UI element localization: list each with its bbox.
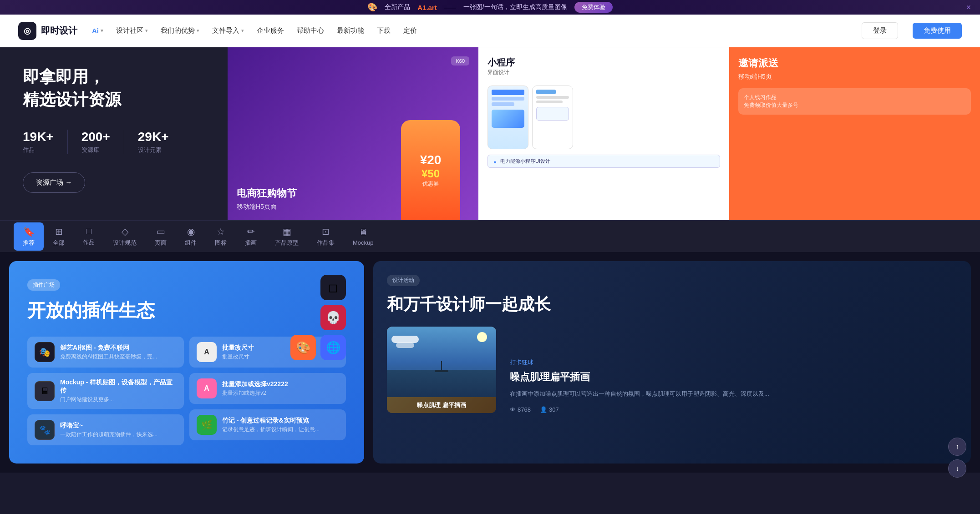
activity-name: 噪点肌理扁平插画 [510,370,957,384]
logo[interactable]: ◎ 即时设计 [18,22,77,40]
plugin-item-aitutu[interactable]: 🎭 鲜艺AI抠图 - 免费不联网 免费离线的AI抠图工具快至毫秒级，完... [27,337,184,368]
card-miniapp[interactable]: 小程序 界面设计 ▲ 电力能源小程序UI设计 [478,47,729,220]
tab-components[interactable]: ◉ 组件 [176,222,206,251]
tab-works[interactable]: □ 作品 [74,222,104,250]
activity-preview: 噪点肌理 扁平插画 打卡狂球 噪点肌理扁平插画 在插画中添加噪点肌理可以营造出一… [387,327,957,413]
stat-works: 19K+ 作品 [23,130,54,154]
card-miniapp-subtitle: 界面设计 [487,69,720,76]
banner-tagline: 一张图/一句话，立即生成高质量图像 [463,3,567,11]
diamond-icon: ◇ [122,226,128,237]
plugin-item-pet[interactable]: 🐾 呼噜宝~ 一款陪伴工作的超萌宠物插件，快来选... [27,414,184,445]
pen-icon: ✏ [247,226,255,237]
stat-resources: 200+ 资源库 [81,130,110,154]
square-icon: □ [86,226,91,237]
tab-pages[interactable]: ▭ 页面 [146,222,176,251]
nav-item-help[interactable]: 帮助中心 [297,26,324,35]
plugin-batch-add-info: 批量添加或选择v22222 批量添加或选择v2 [222,380,339,397]
tab-illustration[interactable]: ✏ 插画 [236,222,266,251]
nav-item-advantage[interactable]: 我们的优势 ▾ [161,26,199,35]
stats-row: 19K+ 作品 200+ 资源库 29K+ 设计元素 [23,130,205,154]
hero-left-panel: 即拿即用， 精选设计资源 19K+ 作品 200+ 资源库 29K+ 设计元素 … [0,47,228,220]
logo-icon: ◎ [18,22,36,40]
stat-divider-2 [124,130,124,154]
card-ecommerce-title: 电商狂购物节 [237,186,469,200]
scroll-buttons: ↑ ↓ [948,438,966,473]
nav-links: Ai ▾ 设计社区 ▾ 我们的优势 ▾ 文件导入 ▾ 企业服务 帮助中心 最新功… [92,26,462,35]
plugin-item-mockup[interactable]: 🖥 Mockup - 样机贴图，设备模型，产品宣传 门户网站建设及更多... [27,373,184,409]
bottom-section: 插件广场 开放的插件生态 ◻ 💀 🎨 🌐 🎭 鲜艺AI抠图 - 免费不 [0,252,980,473]
hero-cards-panel: 电商狂购物节 移动端H5页面 ¥20 ¥50 优惠券 K60 小程序 界面设计 [228,47,980,220]
tab-mockup[interactable]: 🖥 Mockup [344,223,383,250]
plugin-batch-add-icon: A [197,378,217,398]
tab-prototype[interactable]: ▦ 产品原型 [266,222,308,251]
tab-design-spec[interactable]: ◇ 设计规范 [104,222,146,251]
nav-item-ai[interactable]: Ai ▾ [92,27,103,35]
tab-recommend[interactable]: 🔖 推荐 [14,222,44,251]
hero-title: 即拿即用， 精选设计资源 [23,66,205,111]
card-invite-subtitle: 移动端H5页 [738,73,971,81]
activity-description: 在插画中添加噪点肌理可以营造出一种自然的氛围，噪点肌理可以用于塑造阴影、高光、深… [510,389,957,399]
scroll-up-button[interactable]: ↑ [948,438,966,456]
free-use-button[interactable]: 免费使用 [913,23,962,39]
floating-icon-3: 🎨 [290,335,316,360]
activity-info: 打卡狂球 噪点肌理扁平插画 在插画中添加噪点肌理可以营造出一种自然的氛围，噪点肌… [505,358,957,413]
activity-section: 设计活动 和万千设计师一起成长 [373,261,971,464]
chevron-down-icon: ▾ [101,28,103,34]
floating-icon-2: 💀 [320,305,346,330]
card-miniapp-title: 小程序 [487,56,720,69]
scroll-down-button[interactable]: ↓ [948,459,966,473]
plugin-resize-icon: A [197,342,217,362]
plugin-bamboo-info: 竹记 - 创意过程记录&实时预览 记录创意足迹，插班设计瞬间，让创意... [222,417,339,433]
star-icon: ☆ [217,226,225,237]
activity-badge: 设计活动 [387,275,420,286]
tab-icons[interactable]: ☆ 图标 [206,222,236,251]
plugin-mockup-info: Mockup - 样机贴图，设备模型，产品宣传 门户网站建设及更多... [60,378,177,403]
card-ecommerce-subtitle: 移动端H5页面 [237,203,469,211]
plugin-bamboo-icon: 🌿 [197,415,217,435]
banner-cta-button[interactable]: 免费体验 [574,2,613,13]
plugin-section: 插件广场 开放的插件生态 ◻ 💀 🎨 🌐 🎭 鲜艺AI抠图 - 免费不 [9,261,364,464]
navbar: ◎ 即时设计 Ai ▾ 设计社区 ▾ 我们的优势 ▾ 文件导入 ▾ 企业服务 帮… [0,15,980,47]
plugin-mockup-icon: 🖥 [35,381,55,401]
top-banner: 🎨 全新产品 A1.art —— 一张图/一句话，立即生成高质量图像 免费体验 … [0,0,980,15]
plugin-item-batch-add[interactable]: A 批量添加或选择v22222 批量添加或选择v2 [189,373,346,404]
activity-likes: 👤 307 [540,406,559,413]
plugin-pet-icon: 🐾 [35,420,55,440]
nav-item-pricing[interactable]: 定价 [403,26,417,35]
banner-icon: 🎨 [367,2,377,12]
plugin-aitutu-info: 鲜艺AI抠图 - 免费不联网 免费离线的AI抠图工具快至毫秒级，完... [60,344,177,361]
category-tabs: 🔖 推荐 ⊞ 全部 □ 作品 ◇ 设计规范 ▭ 页面 ◉ 组件 ☆ 图标 ✏ 插… [0,220,980,252]
resource-market-button[interactable]: 资源广场 → [23,172,85,193]
activity-stats: 👁 8768 👤 307 [510,406,957,413]
nav-item-import[interactable]: 文件导入 ▾ [212,26,244,35]
layout-icon: ▦ [283,226,291,237]
card-invite-title: 邀请派送 [738,56,971,70]
bookmark-icon: 🔖 [23,226,35,237]
floating-icon-1: ◻ [320,275,346,300]
login-button[interactable]: 登录 [862,22,898,39]
user-icon: 👤 [540,406,547,413]
banner-separator: —— [444,4,456,11]
stat-elements: 29K+ 设计元素 [138,130,169,154]
chevron-down-icon: ▾ [241,28,244,34]
nav-item-community[interactable]: 设计社区 ▾ [116,26,148,35]
chevron-down-icon: ▾ [145,28,148,34]
grid-icon: ⊞ [55,226,63,237]
portfolio-icon: ⊡ [322,226,330,237]
tab-all[interactable]: ⊞ 全部 [44,222,74,251]
nav-item-enterprise[interactable]: 企业服务 [257,26,284,35]
plugin-badge: 插件广场 [27,279,60,291]
card-invite[interactable]: 邀请派送 移动端H5页 个人线习作品免费领取价值大量多号 [729,47,980,220]
activity-thumb-title: 噪点肌理 扁平插画 [417,402,466,408]
nav-item-features[interactable]: 最新功能 [337,26,364,35]
card-ecommerce[interactable]: 电商狂购物节 移动端H5页面 ¥20 ¥50 优惠券 K60 [228,47,478,220]
banner-text-prefix: 全新产品 [385,3,410,11]
tab-portfolio[interactable]: ⊡ 作品集 [308,222,344,251]
banner-close-icon[interactable]: × [966,3,971,12]
hero-section: 即拿即用， 精选设计资源 19K+ 作品 200+ 资源库 29K+ 设计元素 … [0,47,980,220]
banner-highlight: A1.art [417,4,437,11]
eye-icon: 👁 [510,406,516,413]
card-miniapp-tag: 电力能源小程序UI设计 [500,158,550,165]
nav-item-download[interactable]: 下载 [377,26,391,35]
plugin-item-bamboo[interactable]: 🌿 竹记 - 创意过程记录&实时预览 记录创意足迹，插班设计瞬间，让创意... [189,409,346,440]
